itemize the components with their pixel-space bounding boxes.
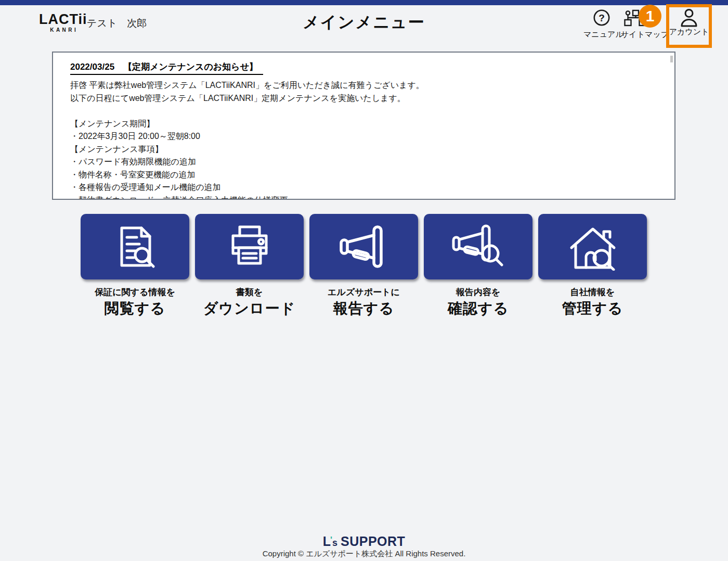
menu-item-download-documents: 書類を ダウンロード xyxy=(195,214,304,318)
menu-item-check-reports: 報告内容を 確認する xyxy=(424,214,532,318)
notice-line: 拝啓 平素は弊社web管理システム「LACTiiKANRI」をご利用いただき誠に… xyxy=(70,79,654,92)
notice-line: ・各種報告の受理通知メール機能の追加 xyxy=(70,181,654,194)
notice-line: ・契約書ダウンロード 立替送金口座入力機能の仕様変更 xyxy=(70,194,654,200)
check-reports-button[interactable] xyxy=(424,214,532,279)
header-action-label: マニュアル xyxy=(583,30,620,40)
manage-company-button[interactable] xyxy=(538,214,647,279)
header-action-manual[interactable]: ? マニュアル xyxy=(583,9,620,40)
svg-text:?: ? xyxy=(599,12,605,23)
annotation-badge-1: 1 xyxy=(639,5,661,28)
menu-label-small: 自社情報を xyxy=(570,286,615,298)
menu-label-small: エルズサポートに xyxy=(328,286,400,298)
menu-item-report: エルズサポートに 報告する xyxy=(309,214,418,318)
notice-line: ・2022年3月30日 20:00～翌朝8:00 xyxy=(70,130,654,143)
house-search-icon xyxy=(565,223,621,271)
notice-line: 以下の日程にてweb管理システム「LACTiiKANRI」定期メンテナンスを実施… xyxy=(70,92,654,105)
printer-icon xyxy=(222,223,278,271)
menu-label-large: 報告する xyxy=(333,299,394,318)
menu-label-large: 確認する xyxy=(448,299,509,318)
menu-label-large: 管理する xyxy=(562,299,623,318)
notice-title: 2022/03/25 【定期メンテナンスのお知らせ】 xyxy=(70,61,263,75)
notice-line xyxy=(70,105,654,118)
menu-label-large: 閲覧する xyxy=(105,299,165,318)
view-guarantee-button[interactable] xyxy=(81,214,189,279)
notice-scrollbar-thumb[interactable] xyxy=(670,56,673,62)
megaphone-search-icon xyxy=(450,223,506,271)
menu-label-small: 書類を xyxy=(236,286,263,298)
report-button[interactable] xyxy=(309,214,418,279)
person-icon xyxy=(678,8,700,26)
menu-label-small: 報告内容を xyxy=(456,286,500,298)
menu-item-manage-company: 自社情報を 管理する xyxy=(538,214,647,318)
maintenance-notice-panel[interactable]: 2022/03/25 【定期メンテナンスのお知らせ】 拝啓 平素は弊社web管理… xyxy=(52,52,675,200)
logo-letter: L xyxy=(323,534,331,549)
menu-label-large: ダウンロード xyxy=(203,299,295,318)
footer: L'sSUPPORT Copyright © エルズサポート株式会社 All R… xyxy=(0,535,728,559)
menu-item-view-guarantee: 保証に関する情報を 閲覧する xyxy=(81,214,189,318)
copyright-text: Copyright © エルズサポート株式会社 All Rights Reser… xyxy=(0,549,728,559)
menu-label-small: 保証に関する情報を xyxy=(95,286,175,298)
logo-word: SUPPORT xyxy=(341,534,405,549)
download-documents-button[interactable] xyxy=(195,214,304,279)
notice-line: 【メンテンナンス事項】 xyxy=(70,143,654,156)
main-menu-buttons: 保証に関する情報を 閲覧する 書類を ダウンロード xyxy=(81,214,647,318)
logo-letter: s xyxy=(332,538,337,548)
megaphone-icon xyxy=(336,223,392,271)
question-circle-icon: ? xyxy=(583,9,620,28)
header-action-label: サイトマップ xyxy=(621,30,667,40)
ls-support-logo: L'sSUPPORT xyxy=(0,535,728,548)
header-action-account[interactable]: アカウント xyxy=(666,4,712,48)
top-accent-bar xyxy=(0,0,728,5)
header-action-label: アカウント xyxy=(669,27,709,37)
document-search-icon xyxy=(107,223,163,271)
notice-line: ・物件名称・号室変更機能の追加 xyxy=(70,169,654,182)
logo-apostrophe: ' xyxy=(330,535,332,545)
notice-line: 【メンテナンス期間】 xyxy=(70,118,654,131)
notice-line: ・パスワード有効期限機能の追加 xyxy=(70,156,654,169)
